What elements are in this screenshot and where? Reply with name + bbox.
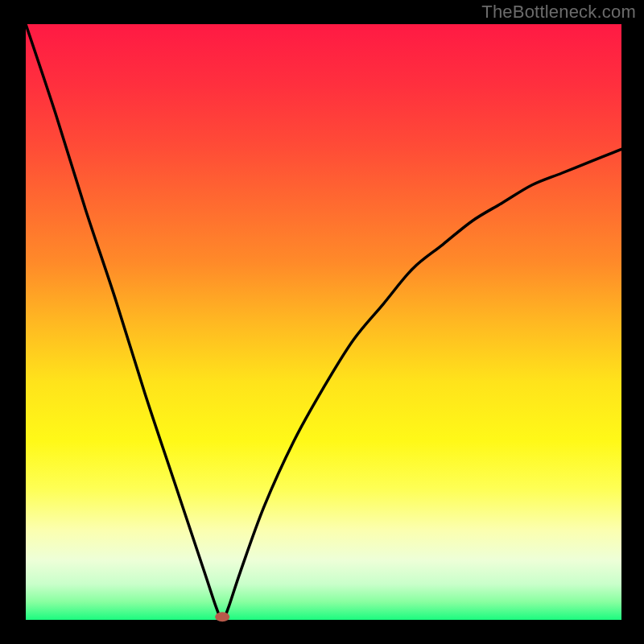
- optimal-point-marker: [215, 612, 229, 621]
- bottleneck-chart: [0, 0, 644, 644]
- watermark-text: TheBottleneck.com: [481, 2, 636, 23]
- chart-gradient-background: [26, 24, 621, 620]
- chart-frame: TheBottleneck.com: [0, 0, 644, 644]
